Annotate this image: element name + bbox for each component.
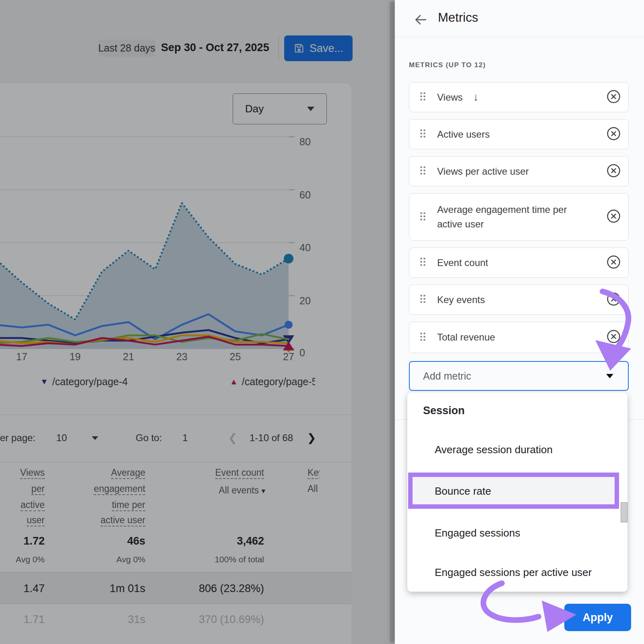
menu-scrollbar-thumb[interactable] <box>621 502 627 522</box>
metric-card-active-users[interactable]: Active users <box>409 119 629 149</box>
metric-label: Views per active user <box>437 164 529 179</box>
screenshot-stage: Last 28 days Sep 30 - Oct 27, 2025 Save.… <box>0 0 644 644</box>
metric-label: Active users <box>437 127 490 142</box>
drag-handle-icon[interactable] <box>420 294 426 305</box>
modal-dim-overlay <box>0 0 395 644</box>
metric-label: Total revenue <box>437 330 495 345</box>
menu-group-session: Session <box>423 400 465 421</box>
remove-metric-icon[interactable] <box>606 163 621 180</box>
metric-label: Views <box>437 90 463 105</box>
drag-handle-icon[interactable] <box>420 129 426 140</box>
panel-title: Metrics <box>438 10 478 25</box>
back-arrow-icon[interactable] <box>413 12 428 29</box>
panel-header-divider <box>395 37 644 37</box>
menu-item-engaged-sessions-per-active-user[interactable]: Engaged sessions per active user <box>435 561 592 584</box>
apply-button-label: Apply <box>582 611 613 624</box>
metric-label: Event count <box>437 256 488 270</box>
menu-item-engaged-sessions[interactable]: Engaged sessions <box>435 522 520 544</box>
sort-descending-icon: ↓ <box>473 91 479 103</box>
remove-metric-icon[interactable] <box>606 329 621 346</box>
drag-handle-icon[interactable] <box>420 212 426 223</box>
metric-card-average-engagement-time-per-active-user[interactable]: Average engagement time per active user <box>409 193 629 241</box>
menu-item-bounce-rate[interactable]: Bounce rate <box>435 480 491 502</box>
metric-card-total-revenue[interactable]: Total revenue <box>409 322 629 353</box>
menu-item-average-session-duration[interactable]: Average session duration <box>435 438 553 461</box>
add-metric-label: Add metric <box>423 370 471 382</box>
drag-handle-icon[interactable] <box>420 92 426 103</box>
add-metric-dropdown[interactable]: Add metric <box>409 361 629 391</box>
metrics-section-label: METRICS (UP TO 12) <box>409 61 486 69</box>
remove-metric-icon[interactable] <box>606 126 621 142</box>
chevron-down-icon <box>606 374 613 378</box>
metric-card-key-events[interactable]: Key events <box>409 285 629 315</box>
metric-label: Key events <box>437 293 485 307</box>
metric-label: Average engagement time per active user <box>437 202 590 231</box>
drag-handle-icon[interactable] <box>420 257 426 268</box>
remove-metric-icon[interactable] <box>606 291 621 308</box>
remove-metric-icon[interactable] <box>606 89 621 105</box>
remove-metric-icon[interactable] <box>606 209 621 225</box>
metric-card-views-per-active-user[interactable]: Views per active user <box>409 156 629 186</box>
drag-handle-icon[interactable] <box>420 166 426 177</box>
metric-card-event-count[interactable]: Event count <box>409 248 629 278</box>
apply-button[interactable]: Apply <box>564 604 631 631</box>
metric-card-views[interactable]: Views↓ <box>409 82 629 112</box>
drag-handle-icon[interactable] <box>420 332 426 343</box>
remove-metric-icon[interactable] <box>606 254 621 271</box>
